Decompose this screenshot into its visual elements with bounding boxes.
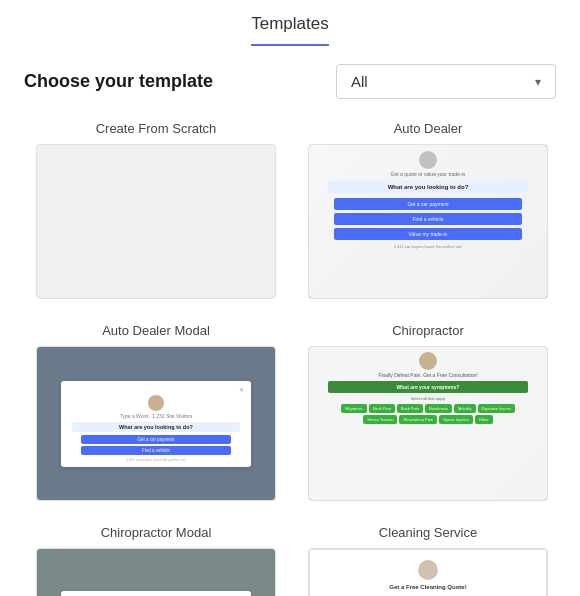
template-cell-auto-dealer-modal[interactable]: Auto Dealer Modal ✕ Type a Word · 1,232 … (20, 315, 292, 517)
cleaning-title: Get a Free Cleaning Quote! (389, 584, 466, 590)
adm-footer: 2,311 car buyers found the perfect car! (126, 458, 186, 462)
template-preview-chiropractor[interactable]: Finally Defeat Pain. Get a Free Consulta… (308, 346, 548, 501)
template-name-chiropractor: Chiropractor (392, 323, 464, 338)
symptom-other: Other (475, 415, 493, 424)
chiro-sublabel: Select all that apply (411, 396, 446, 401)
auto-dealer-btn2: Find a vehicle (334, 213, 523, 225)
symptom-respiratory: Respiratory Pain (399, 415, 437, 424)
symptom-neck-pain: Neck Pain (369, 404, 395, 413)
adm-avatar (148, 395, 164, 411)
adm-btn1: Get a car payment (81, 435, 231, 444)
adm-btn2: Find a vehicle (81, 446, 231, 455)
filter-dropdown[interactable]: All ▾ (336, 64, 556, 99)
toolbar: Choose your template All ▾ (0, 46, 580, 113)
symptom-migraines: Migraines (341, 404, 366, 413)
template-cell-auto-dealer[interactable]: Auto Dealer Get a quote or value your tr… (292, 113, 564, 315)
adm-top-text: Type a Word · 1,232 Site Visitors (120, 413, 193, 419)
template-preview-auto-dealer[interactable]: Get a quote or value your trade-in What … (308, 144, 548, 299)
adm-question: What are you looking to do? (72, 422, 240, 432)
template-cell-cleaning-service[interactable]: Cleaning Service Get a Free Cleaning Quo… (292, 517, 564, 596)
symptom-digestive: Digestive Issues (478, 404, 515, 413)
chiro-modal-dialog: ✕ Free Consultation What are your sympto… (61, 591, 251, 597)
auto-dealer-question: What are you looking to do? (328, 181, 528, 193)
chiro-subtitle: Finally Defeat Pain. Get a Free Consulta… (378, 372, 477, 378)
chiro-symptoms-row: Migraines Neck Pain Back Pain Numbness M… (328, 404, 528, 424)
template-name-auto-dealer: Auto Dealer (394, 121, 463, 136)
filter-value: All (351, 73, 368, 90)
template-preview-scratch[interactable] (36, 144, 276, 299)
template-cell-chiropractor-modal[interactable]: Chiropractor Modal ✕ Free Consultation W… (20, 517, 292, 596)
template-preview-chiropractor-modal[interactable]: ✕ Free Consultation What are your sympto… (36, 548, 276, 596)
auto-dealer-modal-dialog: ✕ Type a Word · 1,232 Site Visitors What… (61, 381, 251, 467)
symptom-sports: Sports Injuries (439, 415, 473, 424)
symptom-back-pain: Back Pain (397, 404, 423, 413)
symptom-numbness: Numbness (425, 404, 452, 413)
template-cell-chiropractor[interactable]: Chiropractor Finally Defeat Pain. Get a … (292, 315, 564, 517)
auto-dealer-subtitle: Get a quote or value your trade-in (391, 171, 466, 177)
template-preview-cleaning-service[interactable]: Get a Free Cleaning Quote! (308, 548, 548, 596)
chiro-avatar (419, 352, 437, 370)
template-cell-scratch[interactable]: Create From Scratch (20, 113, 292, 315)
cleaning-avatar (418, 560, 438, 580)
auto-dealer-avatar (419, 151, 437, 169)
template-preview-auto-dealer-modal[interactable]: ✕ Type a Word · 1,232 Site Visitors What… (36, 346, 276, 501)
modal-close-icon: ✕ (239, 386, 244, 393)
auto-dealer-btn3: Value my trade-in (334, 228, 523, 240)
symptom-mobility: Mobility (454, 404, 476, 413)
page-header: Templates (251, 0, 328, 46)
chiro-question: What are your symptoms? (328, 381, 528, 393)
template-name-scratch: Create From Scratch (96, 121, 217, 136)
template-name-cleaning-service: Cleaning Service (379, 525, 477, 540)
auto-dealer-footer: 2,311 car buyers found the perfect car! (394, 244, 463, 249)
template-name-auto-dealer-modal: Auto Dealer Modal (102, 323, 210, 338)
template-name-chiropractor-modal: Chiropractor Modal (101, 525, 212, 540)
toolbar-label: Choose your template (24, 71, 213, 92)
page-title: Templates (251, 14, 328, 33)
templates-grid: Create From Scratch Auto Dealer Get a qu… (0, 113, 580, 596)
chevron-down-icon: ▾ (535, 75, 541, 89)
auto-dealer-btn1: Get a car payment (334, 198, 523, 210)
symptom-stress: Stress Tension (363, 415, 397, 424)
